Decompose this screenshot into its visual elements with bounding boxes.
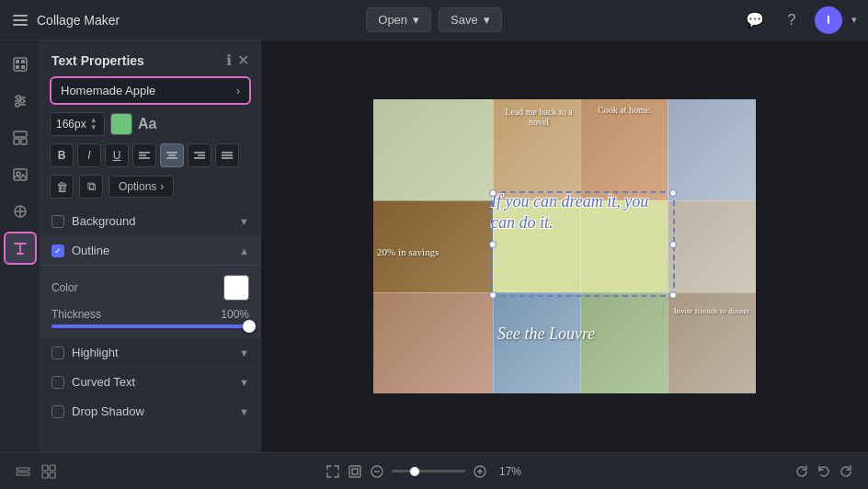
help-icon-button[interactable]: ?: [778, 6, 805, 34]
panel-header: Text Properties ℹ ✕: [40, 40, 260, 76]
zoom-out-button[interactable]: [370, 464, 384, 479]
zoom-slider[interactable]: [392, 470, 465, 472]
sidebar-item-text[interactable]: [4, 232, 37, 265]
highlight-label: Highlight: [72, 346, 119, 359]
topbar-left: Collage Maker: [11, 13, 293, 28]
background-checkbox[interactable]: [51, 215, 64, 228]
info-icon[interactable]: ℹ: [226, 51, 232, 69]
expand-button[interactable]: [326, 464, 340, 479]
color-label: Color: [51, 281, 78, 294]
rotate-cw-icon-button[interactable]: [794, 464, 809, 479]
curved-text-section[interactable]: Curved Text: [40, 367, 260, 396]
highlight-chevron-icon: [239, 347, 249, 358]
align-justify-button[interactable]: [215, 143, 239, 167]
highlight-checkbox[interactable]: [51, 347, 64, 359]
font-size-input[interactable]: 166px ▲ ▼: [50, 112, 105, 136]
svg-point-8: [17, 96, 20, 99]
collage-cell-5: [373, 200, 493, 292]
text-color-swatch[interactable]: [110, 113, 132, 135]
align-center-button[interactable]: [160, 143, 184, 167]
svg-rect-33: [42, 472, 48, 478]
chevron-down-icon: ▾: [484, 13, 490, 27]
icon-bar: [0, 40, 40, 452]
thickness-row: Thickness 100%: [51, 308, 249, 321]
chevron-down-icon: ▾: [851, 14, 857, 26]
options-button[interactable]: Options ›: [108, 176, 174, 198]
open-button[interactable]: Open ▾: [366, 7, 431, 32]
layers-icon-button[interactable]: [15, 463, 31, 480]
collage-cell-3: [580, 99, 668, 200]
user-avatar[interactable]: I: [815, 6, 842, 34]
duplicate-button[interactable]: ⧉: [79, 175, 103, 199]
curved-text-chevron-icon: [239, 377, 249, 388]
zoom-level: 17%: [495, 465, 527, 478]
drop-shadow-chevron-icon: [239, 406, 249, 417]
fit-button[interactable]: [348, 464, 362, 479]
drop-shadow-checkbox[interactable]: [51, 405, 64, 418]
zoom-in-button[interactable]: [473, 464, 487, 479]
svg-rect-31: [42, 465, 48, 471]
sidebar-item-layout[interactable]: [4, 121, 37, 154]
background-chevron-icon: [239, 216, 249, 227]
color-row: Color: [51, 275, 249, 301]
svg-rect-35: [349, 466, 360, 477]
toolbar-row: 🗑 ⧉ Options ›: [40, 175, 260, 206]
main-area: Text Properties ℹ ✕ Homemade Apple › 166…: [0, 40, 868, 452]
background-label: Background: [72, 214, 135, 228]
svg-rect-29: [17, 468, 29, 471]
delete-button[interactable]: 🗑: [50, 175, 74, 199]
background-section[interactable]: Background: [40, 206, 260, 235]
curved-text-checkbox[interactable]: [51, 376, 64, 389]
thickness-slider[interactable]: [51, 324, 249, 328]
drop-shadow-label: Drop Shadow: [72, 404, 144, 418]
sidebar-item-photos[interactable]: [4, 158, 37, 191]
grid-icon-button[interactable]: [40, 463, 57, 480]
format-row: B I U: [40, 143, 260, 175]
sidebar-item-elements[interactable]: [4, 195, 37, 228]
outline-color-swatch[interactable]: [223, 275, 249, 301]
highlight-section[interactable]: Highlight: [40, 337, 260, 367]
sidebar-item-adjust[interactable]: [4, 85, 37, 118]
collage-cell-7: [373, 292, 493, 393]
panel-header-icons: ℹ ✕: [226, 51, 249, 69]
outline-section-header[interactable]: Outline: [40, 235, 260, 265]
italic-button[interactable]: I: [77, 143, 101, 167]
svg-rect-13: [21, 139, 27, 144]
drop-shadow-section[interactable]: Drop Shadow: [40, 396, 260, 426]
collage-cell-1: [373, 99, 493, 200]
outline-expanded-content: Color Thickness 100%: [40, 265, 260, 337]
align-left-button[interactable]: [132, 143, 156, 167]
close-icon[interactable]: ✕: [237, 51, 249, 69]
sidebar-item-templates[interactable]: [4, 48, 37, 81]
topbar-right: 💬 ? I ▾: [575, 6, 857, 34]
outline-chevron-icon: [239, 245, 249, 256]
svg-rect-30: [17, 472, 29, 475]
properties-panel: Text Properties ℹ ✕ Homemade Apple › 166…: [40, 40, 261, 452]
bottom-right: [794, 464, 853, 479]
svg-point-10: [16, 103, 19, 107]
collage-canvas[interactable]: Lead me back to a novel Cook at home. If…: [373, 99, 756, 393]
message-icon-button[interactable]: 💬: [741, 6, 769, 34]
collage-cell-6: [668, 200, 756, 292]
svg-point-9: [20, 99, 24, 103]
text-case-icon[interactable]: Aa: [138, 116, 156, 132]
outline-checkbox[interactable]: [51, 244, 64, 257]
menu-button[interactable]: [11, 13, 29, 28]
app-title: Collage Maker: [37, 13, 120, 28]
save-button[interactable]: Save ▾: [439, 7, 502, 32]
font-selector[interactable]: Homemade Apple ›: [50, 76, 251, 105]
redo-button[interactable]: [839, 464, 853, 479]
main-text-overlay[interactable]: If you can dream it, you can do it.: [491, 191, 675, 301]
outline-label: Outline: [72, 244, 109, 257]
svg-rect-12: [14, 139, 19, 144]
svg-rect-32: [50, 465, 55, 471]
bold-button[interactable]: B: [50, 143, 74, 167]
svg-rect-34: [50, 472, 55, 478]
svg-rect-3: [16, 65, 19, 69]
undo-button[interactable]: [817, 464, 831, 479]
font-name: Homemade Apple: [61, 84, 155, 97]
underline-button[interactable]: U: [105, 143, 129, 167]
align-right-button[interactable]: [188, 143, 211, 167]
canvas-area[interactable]: Lead me back to a novel Cook at home. If…: [261, 40, 868, 452]
svg-rect-4: [21, 65, 25, 69]
